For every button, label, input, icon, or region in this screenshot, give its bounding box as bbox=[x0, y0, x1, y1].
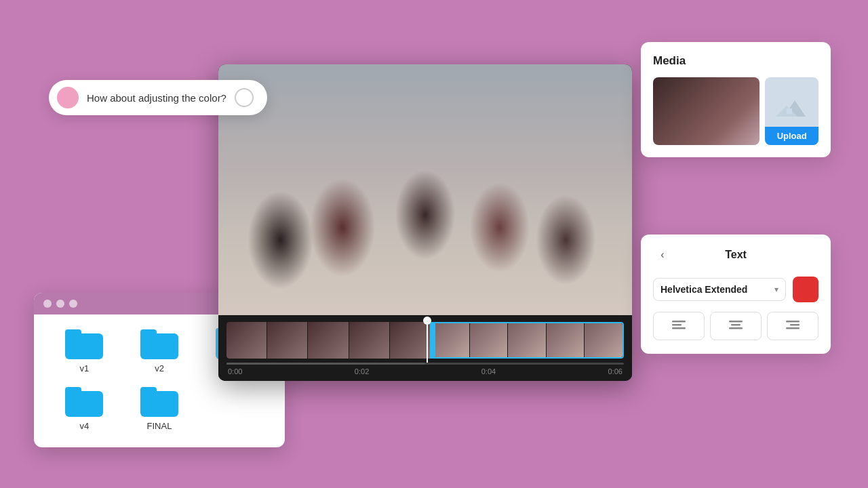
folder-icon-v4 bbox=[65, 386, 103, 417]
upload-button[interactable]: Upload bbox=[765, 127, 818, 145]
folder-icon-final bbox=[140, 386, 178, 417]
ruler-mark-1: 0:02 bbox=[355, 367, 369, 375]
media-thumbnail-upload[interactable]: Upload bbox=[765, 77, 818, 145]
ai-icon bbox=[57, 87, 79, 108]
text-panel-header: ‹ Text bbox=[653, 245, 818, 264]
timeline-filmstrip[interactable] bbox=[226, 322, 624, 359]
file-item-v4[interactable]: v4 bbox=[50, 386, 119, 431]
align-right-button[interactable] bbox=[767, 312, 818, 340]
align-right-icon bbox=[786, 321, 800, 331]
titlebar-dot-1[interactable] bbox=[43, 300, 52, 308]
folder-icon-v1 bbox=[65, 328, 103, 359]
media-panel-title: Media bbox=[653, 54, 818, 68]
folder-label-final: FINAL bbox=[147, 421, 172, 431]
titlebar-dot-3[interactable] bbox=[69, 300, 77, 308]
media-panel: Media Upload bbox=[641, 42, 831, 157]
ruler-mark-2: 0:04 bbox=[481, 367, 496, 375]
folder-label-v4: v4 bbox=[79, 421, 89, 431]
folder-label-v1: v1 bbox=[79, 363, 89, 373]
video-editor: 0:00 0:02 0:04 0:06 bbox=[218, 64, 632, 381]
media-thumbnail-main-image bbox=[653, 77, 760, 145]
back-button[interactable]: ‹ bbox=[653, 245, 672, 264]
video-preview-image bbox=[218, 64, 632, 315]
svg-rect-4 bbox=[672, 324, 682, 326]
font-name-label: Helvetica Extended bbox=[660, 284, 747, 295]
filmstrip-handle-left[interactable] bbox=[430, 322, 435, 359]
file-item-v1[interactable]: v1 bbox=[50, 328, 119, 373]
text-align-row bbox=[653, 312, 818, 340]
media-thumbnails: Upload bbox=[653, 77, 818, 145]
svg-rect-5 bbox=[672, 327, 686, 329]
media-thumbnail-main[interactable] bbox=[653, 77, 760, 145]
ai-bubble-toggle[interactable] bbox=[235, 88, 254, 107]
timeline: 0:00 0:02 0:04 0:06 bbox=[218, 315, 632, 381]
text-panel-title: Text bbox=[725, 249, 747, 261]
svg-rect-13 bbox=[786, 327, 800, 329]
svg-rect-9 bbox=[729, 327, 743, 329]
font-row: Helvetica Extended ▾ bbox=[653, 277, 818, 302]
folder-icon-v2 bbox=[140, 328, 178, 359]
font-selector[interactable]: Helvetica Extended ▾ bbox=[653, 278, 786, 301]
align-center-button[interactable] bbox=[710, 312, 762, 340]
video-preview bbox=[218, 64, 632, 315]
svg-rect-7 bbox=[729, 321, 743, 323]
text-color-swatch[interactable] bbox=[793, 277, 818, 302]
svg-rect-12 bbox=[790, 324, 800, 326]
upload-mountain-icon bbox=[776, 95, 808, 122]
align-left-icon bbox=[672, 321, 686, 331]
folder-label-v2: v2 bbox=[155, 363, 164, 373]
file-item-v2[interactable]: v2 bbox=[125, 328, 194, 373]
align-left-button[interactable] bbox=[653, 312, 705, 340]
chevron-down-icon: ▾ bbox=[774, 285, 778, 294]
text-panel: ‹ Text Helvetica Extended ▾ bbox=[641, 235, 831, 354]
ai-suggestion-bubble: How about adjusting the color? bbox=[49, 80, 267, 115]
timeline-ruler: 0:00 0:02 0:04 0:06 bbox=[226, 365, 624, 375]
svg-rect-11 bbox=[786, 321, 800, 323]
align-center-icon bbox=[729, 321, 743, 331]
svg-rect-8 bbox=[731, 324, 741, 326]
ai-bubble-text: How about adjusting the color? bbox=[87, 92, 226, 104]
svg-rect-2 bbox=[787, 108, 792, 114]
svg-rect-3 bbox=[672, 321, 686, 323]
file-item-final[interactable]: FINAL bbox=[125, 386, 194, 431]
ruler-mark-0: 0:00 bbox=[228, 367, 242, 375]
ruler-mark-3: 0:06 bbox=[608, 367, 623, 375]
titlebar-dot-2[interactable] bbox=[56, 300, 64, 308]
